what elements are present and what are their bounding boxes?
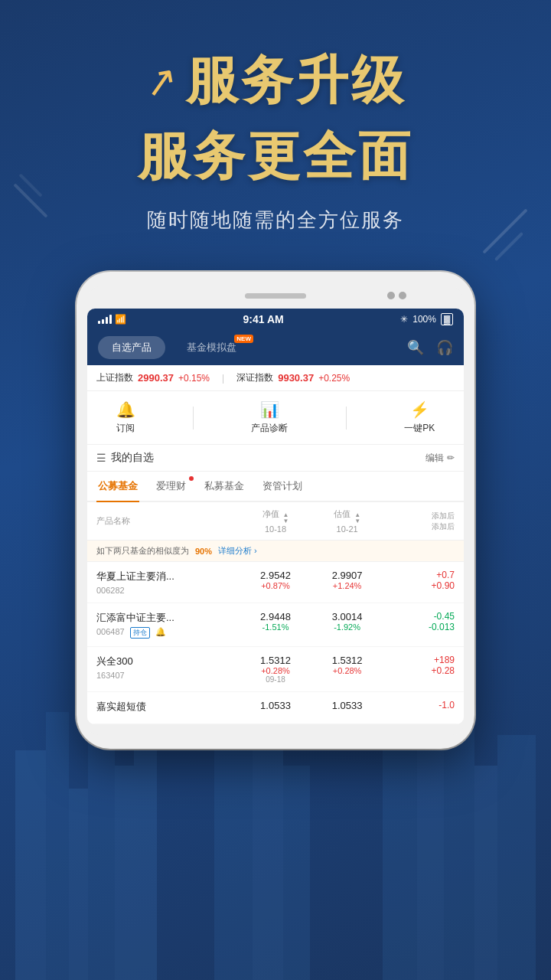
section-title-text: 我的自选 — [111, 451, 154, 465]
fund-est-3: 1.5312 +0.28% — [311, 655, 383, 675]
phone-camera-2 — [399, 292, 406, 299]
section-icon: ☰ — [96, 452, 106, 464]
col-header-nav: 净值 ▲▼ 10-18 — [240, 508, 311, 534]
hero-arrow-icon: ↗ — [141, 55, 182, 106]
tab-zixuan-label: 自选产品 — [112, 341, 152, 353]
hero-title-sub: 服务更全面 — [31, 122, 520, 191]
ticker-bar: 上证指数 2990.37 +0.15% | 深证指数 9930.37 +0.25… — [87, 365, 464, 391]
svg-rect-4 — [115, 766, 136, 980]
pk-label: 一键PK — [404, 422, 435, 435]
cat-tab-gongmu[interactable]: 公募基金 — [96, 472, 139, 501]
alert-link[interactable]: 详细分析 › — [218, 545, 257, 557]
nav-date: 10-18 — [265, 524, 286, 534]
alert-text: 如下两只基金的相似度为 — [96, 545, 189, 557]
cat-tab-ziguang[interactable]: 资管计划 — [261, 472, 304, 501]
section-edit[interactable]: 编辑 ✏ — [425, 452, 455, 465]
fund-add-val2-2: -0.013 — [383, 622, 455, 632]
tab-moni-label: 基金模拟盘 — [187, 341, 236, 353]
fund-row-1[interactable]: 华夏上证主要消... 006282 2.9542 +0.87% 2.9907 +… — [87, 562, 464, 603]
sh-label: 上证指数 — [96, 371, 133, 384]
bluetooth-icon: ✳ — [400, 314, 408, 325]
svg-rect-0 — [15, 750, 46, 980]
add-label-1: 添加后 — [383, 511, 455, 521]
pk-icon: ⚡ — [410, 400, 429, 419]
fund-name-2: 汇添富中证主要... — [96, 611, 240, 625]
fund-name-3: 兴全300 — [96, 655, 240, 668]
phone-speaker — [245, 293, 306, 299]
fund-add-val2-3: +0.28 — [383, 665, 455, 676]
fund-code-1: 006282 — [96, 586, 240, 595]
fund-est-val-3: 1.5312 — [311, 655, 383, 666]
svg-rect-9 — [283, 766, 310, 980]
action-divider-2 — [346, 407, 347, 430]
fund-nav-change-1: +0.87% — [240, 581, 311, 590]
hero-description: 随时随地随需的全方位服务 — [31, 207, 520, 234]
signal-bar-1 — [98, 321, 100, 324]
fund-est-change-3: +0.28% — [311, 666, 383, 675]
fund-nav-4: 1.0533 — [240, 700, 311, 711]
fund-nav-date-3: 09-18 — [240, 675, 311, 684]
fund-add-4: -1.0 — [383, 700, 455, 710]
cat-tab-aili[interactable]: 爱理财 — [155, 472, 187, 501]
fund-add-1: +0.7 +0.90 — [383, 570, 455, 591]
fund-code-text-1: 006282 — [96, 586, 125, 595]
cat-tab-simu[interactable]: 私募基金 — [203, 472, 246, 501]
fund-info-4: 嘉实超短债 — [96, 700, 240, 716]
cat-tab-gongmu-label: 公募基金 — [98, 480, 138, 492]
nav-label: 净值 — [262, 509, 279, 518]
category-tabs: 公募基金 爱理财 私募基金 资管计划 — [87, 472, 464, 502]
fund-row-4[interactable]: 嘉实超短债 1.0533 1.0533 -1.0 — [87, 692, 464, 724]
signal-bar-3 — [106, 317, 108, 324]
phone-mockup: 📶 9:41 AM ✳ 100% ▓ 自选产品 基金模拟盘 NEW — [0, 272, 551, 749]
new-badge: NEW — [234, 335, 253, 343]
section-title: ☰ 我的自选 — [96, 451, 154, 465]
search-icon[interactable]: 🔍 — [407, 339, 424, 356]
nav-sort: ▲▼ — [283, 512, 289, 524]
alert-bar: 如下两只基金的相似度为 90% 详细分析 › — [87, 541, 464, 562]
fund-est-change-2: -1.92% — [311, 622, 383, 632]
sh-value: 2990.37 — [138, 372, 174, 384]
table-header: 产品名称 净值 ▲▼ 10-18 估值 ▲▼ 10-21 添加后 添加后 — [87, 502, 464, 541]
fund-nav-3: 1.5312 +0.28% 09-18 — [240, 655, 311, 684]
svg-rect-8 — [253, 712, 283, 980]
subscribe-label: 订阅 — [116, 422, 135, 435]
fund-badge-2: 持仓 — [130, 627, 150, 639]
edit-label: 编辑 — [425, 452, 444, 465]
fund-row-3[interactable]: 兴全300 163407 1.5312 +0.28% 09-18 1.5312 … — [87, 647, 464, 692]
fund-nav-val-4: 1.0533 — [240, 700, 311, 711]
svg-rect-13 — [474, 766, 497, 980]
hero-section: ↗ 服务升级 服务更全面 随时随地随需的全方位服务 — [0, 0, 551, 256]
alert-highlight: 90% — [195, 547, 212, 556]
tab-zixuan[interactable]: 自选产品 — [98, 336, 165, 359]
fund-code-text-3: 163407 — [96, 671, 125, 680]
signal-bars — [98, 315, 112, 324]
tab-moni[interactable]: 基金模拟盘 NEW — [173, 336, 250, 359]
fund-est-4: 1.0533 — [311, 700, 383, 711]
action-pk[interactable]: ⚡ 一键PK — [404, 400, 435, 435]
fund-add-val-4: -1.0 — [383, 700, 455, 710]
nav-icons: 🔍 🎧 — [407, 339, 453, 356]
fund-name-4: 嘉实超短债 — [96, 700, 240, 714]
col-header-add: 添加后 添加后 — [383, 511, 455, 532]
fund-est-change-1: +1.24% — [311, 581, 383, 590]
fund-info-3: 兴全300 163407 — [96, 655, 240, 680]
fund-add-2: -0.45 -0.013 — [383, 611, 455, 632]
action-subscribe[interactable]: 🔔 订阅 — [116, 400, 135, 435]
signal-bar-2 — [102, 319, 104, 324]
fund-est-val-2: 3.0014 — [311, 611, 383, 622]
status-bar: 📶 9:41 AM ✳ 100% ▓ — [87, 309, 464, 330]
sh-index: 上证指数 2990.37 +0.15% — [96, 371, 210, 384]
phone-outer-frame: 📶 9:41 AM ✳ 100% ▓ 自选产品 基金模拟盘 NEW — [77, 272, 474, 749]
headset-icon[interactable]: 🎧 — [436, 339, 453, 356]
wifi-icon: 📶 — [115, 314, 126, 325]
section-header: ☰ 我的自选 编辑 ✏ — [87, 445, 464, 472]
fund-est-val-1: 2.9907 — [311, 570, 383, 581]
cat-tab-simu-label: 私募基金 — [204, 480, 244, 492]
ticker-divider: | — [222, 373, 224, 384]
svg-rect-7 — [214, 735, 253, 980]
fund-row-2[interactable]: 汇添富中证主要... 006487 持仓 🔔 2.9448 -1.51% 3.0… — [87, 603, 464, 647]
nav-tabs-bar: 自选产品 基金模拟盘 NEW 🔍 🎧 — [87, 330, 464, 365]
est-date: 10-21 — [337, 524, 358, 534]
action-diagnose[interactable]: 📊 产品诊断 — [251, 400, 288, 435]
fund-nav-change-2: -1.51% — [240, 622, 311, 632]
